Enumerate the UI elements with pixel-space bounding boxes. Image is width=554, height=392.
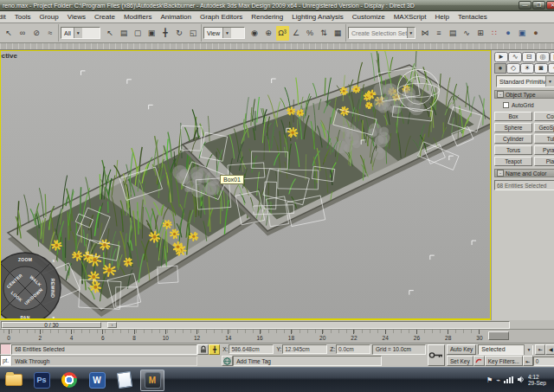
object-type-button[interactable]: Cylinder — [494, 134, 532, 144]
add-time-tag-field[interactable]: Add Time Tag — [233, 356, 382, 366]
mirror-icon[interactable]: ⋈ — [419, 26, 432, 41]
menu-item[interactable]: Customize — [348, 13, 390, 21]
maxscript-mini-listener[interactable]: pt. — [0, 344, 11, 367]
lights-category-icon[interactable]: ☀ — [520, 63, 534, 74]
bind-to-space-warp-icon[interactable]: ≈ — [44, 26, 57, 41]
auto-key-button[interactable]: Auto Key — [447, 344, 476, 355]
menu-item[interactable]: Edit — [0, 13, 10, 21]
key-filters-button[interactable]: Key Filters... — [485, 356, 523, 366]
object-type-button[interactable]: Box — [494, 112, 532, 121]
x-coordinate-field[interactable]: 586.648cm — [229, 344, 274, 354]
time-tag-globe-icon[interactable] — [222, 356, 233, 366]
selection-filter-dropdown[interactable]: All ▼ — [61, 27, 100, 39]
power-icon[interactable]: ⌁ — [496, 376, 500, 384]
align-icon[interactable]: ≡ — [433, 26, 446, 41]
hierarchy-tab-icon[interactable]: ⊟ — [522, 52, 536, 62]
menu-item[interactable]: Views — [63, 13, 90, 21]
action-center-flag-icon[interactable]: ⚑ — [486, 376, 493, 384]
select-and-move-icon[interactable]: ╋ — [159, 26, 172, 41]
selection-lock-icon[interactable] — [197, 344, 209, 355]
taskbar-chrome-icon[interactable] — [57, 370, 81, 391]
cameras-category-icon[interactable]: ◙ — [534, 63, 548, 74]
set-keys-key-icon[interactable] — [428, 344, 445, 366]
use-pivot-center-icon[interactable]: ◉ — [248, 26, 261, 41]
object-name-field[interactable]: 68 Entities Selected — [494, 180, 554, 190]
curve-editor-icon[interactable]: ∿ — [461, 26, 473, 41]
taskbar-3dsmax-icon[interactable]: M — [140, 370, 164, 391]
angle-snap-icon[interactable]: ∠ — [290, 26, 303, 41]
set-key-button[interactable]: Set Key — [447, 356, 473, 366]
object-type-button[interactable]: GeoSphere — [534, 123, 554, 132]
minimize-button[interactable]: — — [519, 1, 531, 10]
key-selection-dropdown[interactable]: Selected ▼ — [478, 344, 533, 355]
link-icon[interactable]: ∞ — [16, 26, 29, 41]
wheel-close-icon[interactable]: x — [52, 258, 55, 263]
go-to-start-button[interactable]: ⇤ — [535, 344, 545, 355]
taskbar-notepad-icon[interactable] — [113, 370, 137, 391]
track-bar-end-handle[interactable] — [488, 331, 509, 340]
primitives-dropdown[interactable]: Standard Primitives ▼ — [496, 75, 554, 87]
create-selection-set-dropdown[interactable]: Create Selection Set ▼ — [348, 27, 416, 39]
rendered-frame-icon[interactable]: ▣ — [516, 26, 529, 41]
snaps-toggle-icon[interactable]: Ω³ — [276, 26, 289, 41]
time-slider-handle[interactable]: 0 / 30 — [2, 322, 101, 328]
window-crossing-icon[interactable]: ▣ — [145, 26, 158, 41]
percent-snap-icon[interactable]: % — [304, 26, 317, 41]
new-key-filter-icon[interactable] — [473, 356, 485, 366]
select-and-manipulate-icon[interactable]: ⊕ — [262, 26, 275, 41]
z-coordinate-field[interactable]: 0.0cm — [336, 344, 370, 354]
select-object-icon[interactable]: ↖ — [104, 26, 117, 41]
render-production-icon[interactable]: ● — [530, 26, 543, 41]
menu-item[interactable]: Tentacles — [454, 13, 492, 21]
current-frame-field[interactable]: 0 — [533, 357, 554, 366]
macro-recorder-line[interactable] — [0, 344, 11, 355]
restore-button[interactable]: ❐ — [532, 1, 545, 10]
menu-item[interactable]: Rendering — [247, 13, 287, 21]
object-type-button[interactable]: Tube — [534, 134, 554, 144]
menu-item[interactable]: Modifiers — [119, 13, 156, 21]
menu-item[interactable]: MAXScript — [390, 13, 431, 21]
menu-item[interactable]: Group — [35, 13, 62, 21]
named-selection-sets-icon[interactable]: ▦ — [332, 26, 345, 41]
window-titlebar[interactable]: reno.max - Project Folder: C:\Program Fi… — [0, 0, 554, 11]
menu-item[interactable]: Animation — [156, 13, 196, 21]
create-tab-icon[interactable]: ► — [494, 52, 508, 62]
spinner-snap-icon[interactable]: ⇅ — [318, 26, 331, 41]
unlink-selection-icon[interactable]: ⊘ — [30, 26, 43, 41]
speaker-icon[interactable] — [517, 376, 525, 385]
object-type-button[interactable]: Torus — [494, 145, 532, 155]
autogrid-checkbox[interactable] — [503, 102, 509, 108]
time-slider-track[interactable]: 0 / 30 › — [1, 321, 510, 329]
object-type-button[interactable]: Sphere — [494, 123, 532, 132]
perspective-viewport[interactable]: Perspective Box01 ZOOM PAN REWIND ORBIT … — [0, 50, 491, 320]
material-editor-icon[interactable]: ∷ — [488, 26, 501, 41]
menu-item[interactable]: Create — [90, 13, 119, 21]
display-tab-icon[interactable]: ▦ — [550, 52, 554, 62]
wheel-zoom-label[interactable]: ZOOM — [18, 257, 32, 262]
rectangular-selection-icon[interactable]: ▢ — [132, 26, 145, 41]
taskbar-explorer-icon[interactable] — [2, 370, 26, 391]
wheel-rewind-label[interactable]: REWIND — [50, 279, 55, 298]
layer-manager-icon[interactable]: ▤ — [447, 26, 460, 41]
y-coordinate-field[interactable]: 12.945cm — [282, 344, 327, 354]
helpers-category-icon[interactable]: ⌖ — [548, 63, 554, 74]
listener-line[interactable]: pt. — [0, 355, 11, 366]
menu-item[interactable]: Tools — [10, 13, 35, 21]
key-mode-toggle-icon[interactable]: ⇤ — [523, 356, 533, 366]
select-and-link-icon[interactable]: ↖ — [3, 26, 16, 41]
menu-item[interactable]: Graph Editors — [196, 13, 247, 21]
render-setup-icon[interactable]: ● — [502, 26, 515, 41]
menu-item[interactable]: Help — [430, 13, 453, 21]
track-bar[interactable]: 024681012141618202224262830 — [0, 330, 554, 344]
menu-item[interactable]: Lighting Analysis — [287, 13, 348, 21]
schematic-view-icon[interactable]: ⊞ — [474, 26, 487, 41]
motion-tab-icon[interactable]: ◎ — [536, 52, 550, 62]
taskbar-photoshop-icon[interactable]: Ps — [29, 370, 54, 391]
select-and-scale-icon[interactable]: ◱ — [187, 26, 200, 41]
object-type-button[interactable]: Pyramid — [534, 145, 554, 155]
object-type-button[interactable]: Teapot — [494, 157, 532, 166]
select-by-name-icon[interactable]: ▤ — [118, 26, 131, 41]
select-and-rotate-icon[interactable]: ↻ — [173, 26, 186, 41]
absolute-offset-toggle-icon[interactable]: ╋ — [209, 344, 220, 355]
geometry-category-icon[interactable]: ● — [494, 63, 506, 74]
